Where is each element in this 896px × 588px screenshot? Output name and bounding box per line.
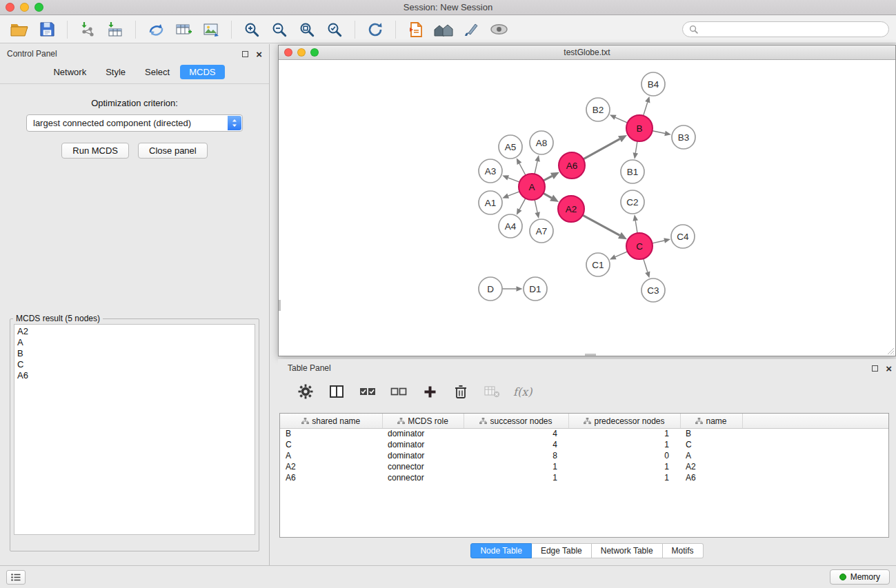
table-cell[interactable]: 1 [568,428,680,439]
session-document-button[interactable] [404,19,428,41]
edge-A-A2[interactable] [544,193,552,198]
create-column-button[interactable] [420,382,439,401]
save-session-button[interactable] [34,19,59,41]
table-cell[interactable]: connector [382,472,464,483]
table-cell[interactable]: 1 [568,439,680,450]
tab-edge-table[interactable]: Edge Table [532,543,592,558]
table-cell[interactable]: dominator [382,439,464,450]
delete-table-button[interactable] [482,382,501,401]
table-cell[interactable]: 1 [568,461,680,472]
table-cell[interactable]: 1 [568,472,680,483]
edge-C-C2[interactable] [635,221,637,233]
edge-A-A5[interactable] [519,163,526,175]
run-mcds-button[interactable]: Run MCDS [61,143,129,159]
table-cell[interactable]: A2 [280,461,382,472]
float-panel-icon[interactable] [242,51,248,57]
show-columns-button[interactable] [327,382,346,401]
edge-C-C4[interactable] [653,241,665,243]
new-table-button[interactable] [171,19,196,41]
edge-A-A7[interactable] [535,200,537,213]
tab-network[interactable]: Network [44,65,95,79]
select-all-button[interactable] [358,382,377,401]
tab-node-table[interactable]: Node Table [470,543,532,558]
show-graphics-button[interactable] [486,19,511,41]
node-B4[interactable]: B4 [641,72,665,96]
horizontal-scroll-indicator[interactable] [585,354,596,356]
table-row[interactable]: A2connector11A2 [280,461,888,472]
vertical-scroll-indicator[interactable] [279,300,281,311]
edge-A-A8[interactable] [535,161,537,174]
tab-mcds[interactable]: MCDS [180,65,224,79]
table-cell[interactable]: C [680,439,742,450]
close-table-panel-icon[interactable]: × [886,363,892,374]
node-A5[interactable]: A5 [499,135,522,159]
table-row[interactable]: Bdominator41B [280,428,888,439]
node-A4[interactable]: A4 [499,214,522,238]
table-cell[interactable]: B [680,428,742,439]
table-cell[interactable]: C [280,439,382,450]
node-A[interactable]: A [519,174,545,200]
edge-B-B3[interactable] [653,131,665,134]
result-item[interactable]: A6 [17,370,252,381]
network-overview-button[interactable] [431,19,456,41]
apply-layout-button[interactable] [363,19,388,41]
table-cell[interactable]: A [280,450,382,461]
column-header-mcds-role[interactable]: MCDS role [382,414,464,428]
deselect-all-button[interactable] [389,382,408,401]
node-D[interactable]: D [479,277,502,301]
zoom-window-icon[interactable] [34,3,43,12]
export-image-button[interactable] [199,19,223,41]
node-B[interactable]: B [626,115,653,141]
table-row[interactable]: A6connector11A6 [280,472,888,483]
table-cell[interactable]: B [280,428,382,439]
table-cell[interactable]: connector [382,461,464,472]
column-header-shared-name[interactable]: shared name [280,414,382,428]
node-A8[interactable]: A8 [530,131,553,154]
edge-B-B2[interactable] [615,117,628,123]
network-window-titlebar[interactable]: testGlobe.txt [279,45,895,60]
zoom-in-button[interactable] [239,19,264,41]
network-canvas[interactable]: B4B2BB3A5A8A6B1A3AC2A1A2A4A7CC4C1C3DD1 [279,60,895,356]
node-C2[interactable]: C2 [621,190,644,214]
table-cell[interactable]: 0 [568,450,680,461]
tab-motifs[interactable]: Motifs [663,543,704,558]
minimize-window-icon[interactable] [20,3,29,12]
import-table-button[interactable] [103,19,128,41]
delete-column-button[interactable] [451,382,470,401]
new-network-button[interactable] [143,19,168,41]
open-session-button[interactable] [7,19,32,41]
node-A1[interactable]: A1 [479,191,502,214]
table-cell[interactable]: A [680,450,742,461]
edge-B-B1[interactable] [635,141,637,153]
optimization-dropdown[interactable]: largest connected component (directed) [26,114,243,132]
table-cell[interactable]: A6 [680,472,742,483]
table-cell[interactable]: dominator [382,428,464,439]
tab-network-table[interactable]: Network Table [592,543,663,558]
edge-A-A1[interactable] [508,192,520,196]
table-cell[interactable]: A6 [280,472,382,483]
network-window[interactable]: testGlobe.txt B4B2BB3A5A8A6B1A3AC2A1A2A4… [278,45,896,356]
table-settings-button[interactable] [296,382,315,401]
edge-C-C3[interactable] [644,258,648,272]
table-cell[interactable]: dominator [382,450,464,461]
table-row[interactable]: Adominator80A [280,450,888,461]
edge-A6-B[interactable] [584,139,620,159]
column-header-name[interactable]: name [680,414,742,428]
result-item[interactable]: A [17,337,252,348]
edge-A-A3[interactable] [508,178,520,182]
edge-A-A6[interactable] [544,176,552,181]
close-panel-button[interactable]: Close panel [138,143,208,159]
close-panel-icon[interactable]: × [256,49,262,59]
edge-B-B4[interactable] [644,102,648,116]
table-cell[interactable]: A2 [680,461,742,472]
memory-button[interactable]: Memory [830,569,890,585]
column-header-successor-nodes[interactable]: successor nodes [464,414,568,428]
resize-grip-icon[interactable] [887,347,895,355]
table-cell[interactable]: 4 [464,439,568,450]
tab-style[interactable]: Style [97,65,135,79]
close-window-icon[interactable] [6,3,14,12]
node-A3[interactable]: A3 [479,159,502,183]
zoom-selected-button[interactable] [322,19,347,41]
node-C3[interactable]: C3 [641,278,665,302]
float-table-panel-icon[interactable] [872,365,878,372]
